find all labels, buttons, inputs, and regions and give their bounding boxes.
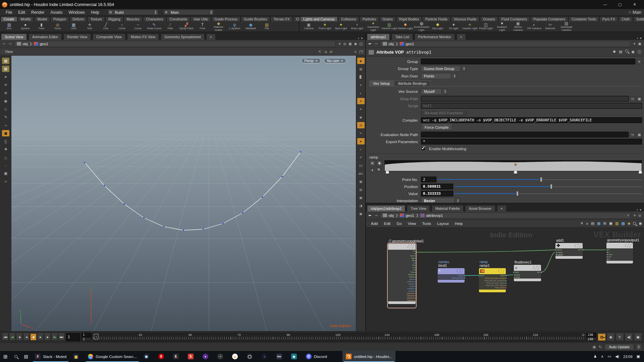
menu-item[interactable]: Edit bbox=[15, 10, 28, 15]
path-field[interactable]: obj ❯ geo1 ❯ attribvop1 ▾ bbox=[380, 213, 630, 219]
loop-mode-button[interactable]: ↻ bbox=[616, 334, 624, 341]
shelf-tool[interactable]: ▣ Camera bbox=[301, 23, 317, 30]
shelf-tool[interactable]: ▞ Spray Paint bbox=[178, 23, 194, 30]
material-icon[interactable]: ◉ bbox=[357, 114, 365, 120]
playbar-prefs-button[interactable]: ▣ bbox=[634, 334, 642, 341]
input-port[interactable]: force bbox=[606, 253, 633, 256]
group-input[interactable] bbox=[421, 59, 635, 64]
pin-icon[interactable]: ✛ bbox=[338, 42, 341, 46]
shelf-tab[interactable]: Terrain FX bbox=[270, 16, 292, 21]
spinner-icon[interactable]: ▲▼ bbox=[153, 10, 158, 15]
taskbar-explorer[interactable]: ▆ bbox=[70, 351, 85, 362]
playback-options-button[interactable]: ◉ bbox=[607, 334, 615, 341]
lasso-icon[interactable]: ◌ bbox=[2, 162, 9, 169]
lighting-icon[interactable]: ✶ bbox=[357, 98, 365, 104]
attrib-text-icon[interactable]: abc bbox=[357, 170, 365, 177]
current-frame-field[interactable] bbox=[66, 333, 80, 341]
output-port[interactable]: OpInput3 bbox=[388, 297, 416, 299]
volume-icon[interactable]: ◀) bbox=[615, 354, 619, 359]
ramp-point-start[interactable] bbox=[385, 161, 386, 162]
shelf-tool[interactable]: ✄ Switcher bbox=[542, 23, 558, 30]
reload-vex-button[interactable]: Re-load VEX Functions bbox=[421, 110, 467, 116]
shelf-tool[interactable]: ✛ Null bbox=[82, 23, 98, 30]
spinner-icon[interactable]: ▲▼ bbox=[456, 198, 461, 203]
paint-icon[interactable]: ◼ bbox=[2, 130, 9, 136]
shelf-tab[interactable]: Grains bbox=[379, 16, 396, 21]
shelf-tool[interactable]: ▧ Gamepad Camera bbox=[558, 21, 574, 32]
shelf-tab[interactable]: Collisions bbox=[338, 16, 359, 21]
op-chooser-icon[interactable]: ▦ bbox=[637, 132, 642, 137]
network-menu-item[interactable]: Go bbox=[393, 222, 405, 226]
menu-item[interactable]: Render bbox=[28, 10, 47, 15]
shelf-tool[interactable]: ▦ Grid bbox=[66, 23, 82, 30]
forward-icon[interactable]: ➡ bbox=[374, 42, 379, 46]
play-button[interactable]: ▶ bbox=[37, 334, 44, 341]
output-port[interactable]: primnum bbox=[388, 281, 416, 283]
pin-icon[interactable]: ✛ bbox=[633, 214, 636, 217]
output-port[interactable]: ramp_the_key_positions bbox=[479, 280, 506, 282]
shelf-tool[interactable]: ╱ Line bbox=[98, 23, 114, 30]
output-port[interactable]: force bbox=[388, 255, 416, 257]
pane-maximize-icon[interactable]: ▪ bbox=[358, 37, 359, 40]
action-center-icon[interactable]: ▣ bbox=[637, 354, 640, 359]
value-input[interactable] bbox=[421, 191, 453, 196]
output-port[interactable]: ptnum bbox=[388, 278, 416, 281]
network-menu-item[interactable]: Edit bbox=[381, 222, 393, 226]
output-port[interactable]: ramp_the_basis_strings bbox=[479, 277, 506, 280]
sticky-note-icon[interactable]: ▥ bbox=[615, 221, 619, 226]
breadcrumb-geo1[interactable]: geo1 bbox=[399, 42, 415, 46]
box-display-icon[interactable]: ▦ bbox=[348, 42, 352, 46]
op-jump-icon[interactable]: ↪ bbox=[630, 96, 635, 102]
shelf-tab[interactable]: Populate Containers bbox=[530, 16, 568, 21]
task-view-button[interactable]: ▤ bbox=[21, 351, 32, 362]
taskbar-app-swirl[interactable]: ◗ bbox=[258, 351, 273, 362]
swatch-icon[interactable]: ▢ bbox=[360, 42, 363, 46]
pin-icon[interactable]: ✛ bbox=[633, 42, 636, 46]
multithreading-checkbox[interactable]: ✓ bbox=[421, 146, 425, 151]
clock[interactable]: 23:09 bbox=[623, 355, 633, 359]
shelf-tool[interactable]: ✎ Draw Curve bbox=[146, 23, 162, 30]
viewport[interactable]: y x Persp▼ No cam▼ I bbox=[11, 56, 356, 331]
pane-tab[interactable]: attribvop1 bbox=[367, 34, 390, 40]
back-icon[interactable]: ⬅ bbox=[367, 213, 372, 218]
shade-icon[interactable]: ◐ bbox=[357, 90, 365, 96]
menu-item[interactable]: File bbox=[3, 10, 15, 15]
shelf-tool[interactable]: ▤ File bbox=[259, 23, 275, 30]
edit-icon[interactable]: ✎ bbox=[2, 114, 9, 120]
start-button[interactable]: ⊞ bbox=[0, 351, 11, 362]
shelf-tab[interactable]: Deform bbox=[69, 16, 87, 21]
pane-tab[interactable]: Take List bbox=[391, 34, 413, 40]
node-geometryvopoutput1[interactable]: geometryvopoutput1 P v force Cd N ‥ bbox=[606, 243, 633, 264]
input-port[interactable]: input2 bbox=[555, 251, 583, 254]
shelf-tool[interactable]: ◆ Platonic Solids bbox=[211, 21, 226, 32]
pane-tab[interactable]: /obj/geo1/attribvop1 bbox=[367, 205, 405, 212]
shelf-tool[interactable]: ▮ Tube bbox=[34, 23, 49, 30]
output-port[interactable]: TimeInc bbox=[388, 274, 416, 276]
grip-icon[interactable]: ⁞ bbox=[2, 50, 3, 53]
taskbar-houdini[interactable]: untitled.hip - Houdini... bbox=[342, 351, 395, 362]
multi-view-icon[interactable]: ▥ bbox=[357, 186, 365, 193]
input-port[interactable]: P bbox=[606, 249, 633, 251]
input-port[interactable]: v bbox=[606, 251, 633, 253]
jump-end-button[interactable]: ▶▶| bbox=[58, 334, 65, 341]
shelf-tool[interactable]: ▧ Box bbox=[1, 23, 17, 30]
projection-button[interactable]: Persp▼ bbox=[301, 58, 321, 63]
output-port[interactable]: P bbox=[388, 250, 416, 252]
output-port[interactable]: v bbox=[388, 252, 416, 255]
shelf-tab[interactable]: Pyro FX bbox=[599, 16, 618, 21]
scale-icon[interactable]: ◉ bbox=[2, 98, 9, 104]
shelf-tab[interactable]: Rigid Bodies bbox=[396, 16, 422, 21]
search-icon[interactable] bbox=[625, 50, 628, 53]
image-bg-icon[interactable]: ▣ bbox=[609, 221, 612, 226]
tools-icon[interactable]: ✕ bbox=[580, 221, 583, 226]
copy-view-icon[interactable]: ⇲ bbox=[324, 50, 327, 54]
shelf-tool[interactable]: ◎ Torus bbox=[50, 23, 65, 30]
path-menu-icon[interactable]: ▾ bbox=[628, 214, 629, 217]
shelf-tool[interactable]: ♆ Area Light bbox=[349, 23, 365, 30]
prev-frame-button[interactable]: ◀| bbox=[16, 334, 22, 341]
taskbar-live[interactable]: live bbox=[273, 351, 288, 362]
shelf-tab[interactable]: Fluid Containers bbox=[498, 16, 530, 21]
path-field[interactable]: obj ❯ geo1 bbox=[14, 41, 335, 47]
path-field[interactable]: obj ❯ geo1 bbox=[380, 41, 630, 47]
taskbar-quest[interactable]: ◆ bbox=[288, 351, 303, 362]
